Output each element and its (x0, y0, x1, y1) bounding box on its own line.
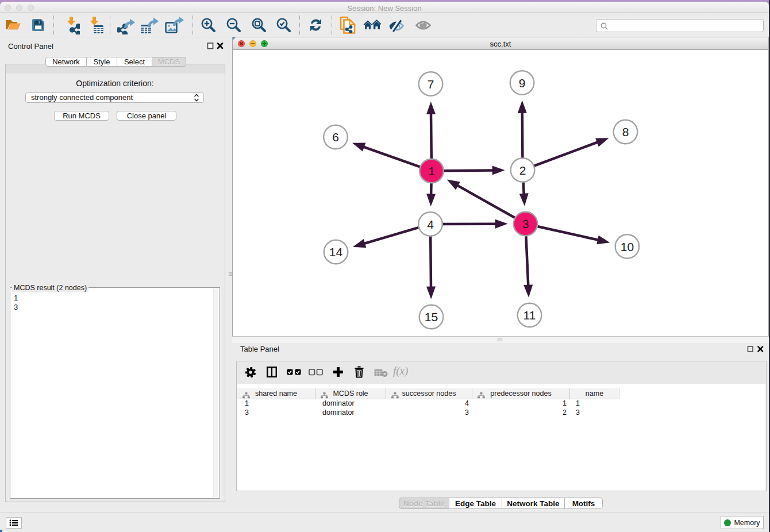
svg-text:10: 10 (621, 240, 634, 253)
svg-text:9: 9 (519, 76, 526, 90)
svg-text:11: 11 (523, 309, 536, 322)
svg-text:6: 6 (332, 130, 339, 144)
svg-text:15: 15 (425, 310, 438, 323)
svg-text:4: 4 (427, 218, 434, 231)
svg-text:1: 1 (428, 164, 435, 178)
svg-text:3: 3 (522, 217, 529, 230)
svg-text:14: 14 (329, 245, 343, 259)
svg-text:8: 8 (622, 125, 629, 138)
svg-text:7: 7 (428, 78, 434, 91)
svg-text:2: 2 (519, 164, 526, 177)
